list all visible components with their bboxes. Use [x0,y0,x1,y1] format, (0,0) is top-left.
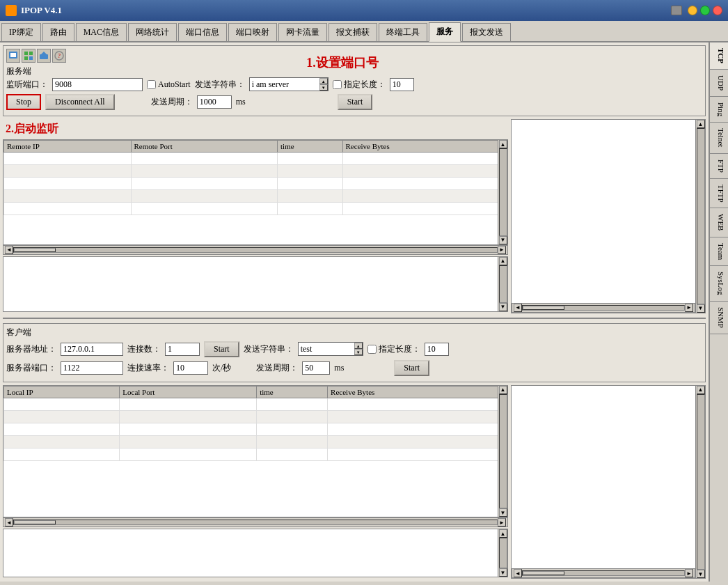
client-send-period-unit: ms [334,363,344,373]
side-tab-ftp[interactable]: FTP [710,154,728,179]
server-right-vscroll-up[interactable]: ▲ [697,120,705,128]
server-text-area: ▲ ▼ [3,256,508,312]
client-send-period-input[interactable] [302,361,330,375]
client-right-vscroll-down[interactable]: ▼ [697,570,705,578]
toolbar-icon-4[interactable]: ? [52,49,66,63]
server-send-string-down[interactable]: ▼ [319,84,328,91]
server-textarea-vscroll[interactable]: ▲ ▼ [498,257,507,311]
side-tab-snmp[interactable]: SNMP [710,302,728,334]
client-table-hscroll[interactable]: ◄ ► [3,517,508,527]
server-specify-length-input[interactable] [390,78,414,91]
svg-rect-2 [24,52,28,55]
tab-nic-traffic[interactable]: 网卡流量 [278,23,327,41]
svg-text:?: ? [58,52,61,59]
client-table-vscroll-up[interactable]: ▲ [499,386,507,394]
client-server-addr-input[interactable] [61,343,123,356]
side-tab-udp[interactable]: UDP [710,70,728,97]
server-specify-length-checkbox[interactable] [333,80,342,89]
client-start-button[interactable]: Start [204,341,239,357]
client-server-port-input[interactable] [61,361,123,375]
server-col-remote-ip: Remote IP [4,141,132,153]
server-stop-button[interactable]: Stop [6,94,41,110]
server-table-vscroll-down[interactable]: ▼ [499,236,507,244]
tab-network-stats[interactable]: 网络统计 [128,23,177,41]
server-send-string-input[interactable] [250,79,319,91]
autostart-checkbox-label[interactable]: AutoStart [147,79,191,90]
table-row [4,398,507,410]
client-specify-length-input[interactable] [425,343,449,356]
tab-packet-send[interactable]: 报文发送 [462,23,511,41]
side-tab-web[interactable]: WEB [710,208,728,237]
client-start2-button[interactable]: Start [394,360,429,376]
client-table-hscroll-right[interactable]: ► [498,518,506,526]
client-specify-length-label: 指定长度： [367,343,420,355]
server-textarea-vscroll-down[interactable]: ▼ [499,303,507,311]
server-send-period-input[interactable] [197,95,232,109]
toolbar-icon-2[interactable] [22,49,35,63]
client-conn-rate-input[interactable] [173,361,208,375]
client-table-vscroll[interactable]: ▲ ▼ [498,386,507,517]
client-send-string-spinbox: ▲ ▼ [298,342,363,356]
client-right-hscroll-right[interactable]: ► [685,569,693,577]
autostart-checkbox[interactable] [147,80,156,89]
server-right-hscroll-left[interactable]: ◄ [514,304,522,312]
client-conn-count-label: 连接数： [127,343,161,355]
server-start-button[interactable]: Start [338,94,373,110]
client-text-area: ▲ ▼ [3,529,508,577]
tab-port-info[interactable]: 端口信息 [178,23,227,41]
server-disconnect-button[interactable]: Disconnect All [45,94,115,110]
client-textarea-vscroll[interactable]: ▲ ▼ [498,529,507,577]
client-conn-count-input[interactable] [165,343,200,356]
server-send-period-label: 发送周期： [151,96,193,108]
tab-mac-info[interactable]: MAC信息 [76,23,127,41]
side-tab-team[interactable]: Team [710,237,728,266]
svg-marker-7 [41,52,47,54]
server-right-vscroll-down[interactable]: ▼ [697,304,705,313]
server-right-hscroll-right[interactable]: ► [685,304,693,312]
tab-packet-capture[interactable]: 报文捕获 [329,23,377,41]
toolbar-icon-3[interactable] [37,49,51,63]
side-tab-tcp[interactable]: TCP [710,42,728,70]
side-tab-ping[interactable]: Ping [710,97,728,123]
server-right-hscroll-area: ◄ ► [512,303,695,313]
autostart-label: AutoStart [158,79,191,90]
client-textarea-vscroll-up[interactable]: ▲ [499,529,507,538]
side-tab-telnet[interactable]: Telnet [710,123,728,153]
tab-ip-binding[interactable]: IP绑定 [1,23,41,41]
client-send-string-input[interactable] [299,343,354,355]
server-right-hscroll[interactable]: ◄ ► [512,303,695,313]
tab-service[interactable]: 服务 [429,22,461,42]
server-table-hscroll-left[interactable]: ◄ [5,246,13,254]
server-table-vscroll[interactable]: ▲ ▼ [498,140,507,244]
server-textarea-vscroll-up[interactable]: ▲ [499,257,507,265]
maximize-button[interactable] [700,6,710,15]
server-send-string-label: 发送字符串： [195,79,245,91]
client-table-hscroll-left[interactable]: ◄ [5,518,13,526]
close-button[interactable] [713,6,722,15]
client-right-hscroll-left[interactable]: ◄ [514,569,522,577]
side-tab-tftp[interactable]: TFTP [710,179,728,209]
minimize-button[interactable] [688,6,697,15]
server-right-vscroll[interactable]: ▲ ▼ [695,120,705,313]
server-send-string-up[interactable]: ▲ [319,78,328,84]
client-right-vscroll[interactable]: ▲ ▼ [695,386,705,579]
tab-terminal-tools[interactable]: 终端工具 [379,23,427,41]
server-section-label: 服务端 [6,65,66,77]
client-right-vscroll-up[interactable]: ▲ [697,386,705,394]
tab-port-mapping[interactable]: 端口映射 [228,23,277,41]
server-table-hscroll-right[interactable]: ► [498,246,506,254]
client-specify-length-checkbox[interactable] [367,345,377,354]
client-table-vscroll-down[interactable]: ▼ [499,508,507,517]
server-table-hscroll[interactable]: ◄ ► [3,245,508,255]
server-table-vscroll-up[interactable]: ▲ [499,140,507,148]
server-port-input[interactable] [52,78,143,91]
tab-routing[interactable]: 路由 [42,23,74,41]
side-tab-syslog[interactable]: SysLog [710,266,728,302]
client-send-string-down[interactable]: ▼ [354,349,363,355]
toolbar-icon-1[interactable] [6,49,20,63]
client-send-string-up[interactable]: ▲ [354,343,363,349]
client-right-hscroll[interactable]: ◄ ► [512,568,695,578]
server-send-period-unit: ms [236,97,246,107]
extra-button[interactable] [671,6,682,15]
client-textarea-vscroll-down[interactable]: ▼ [499,568,507,577]
